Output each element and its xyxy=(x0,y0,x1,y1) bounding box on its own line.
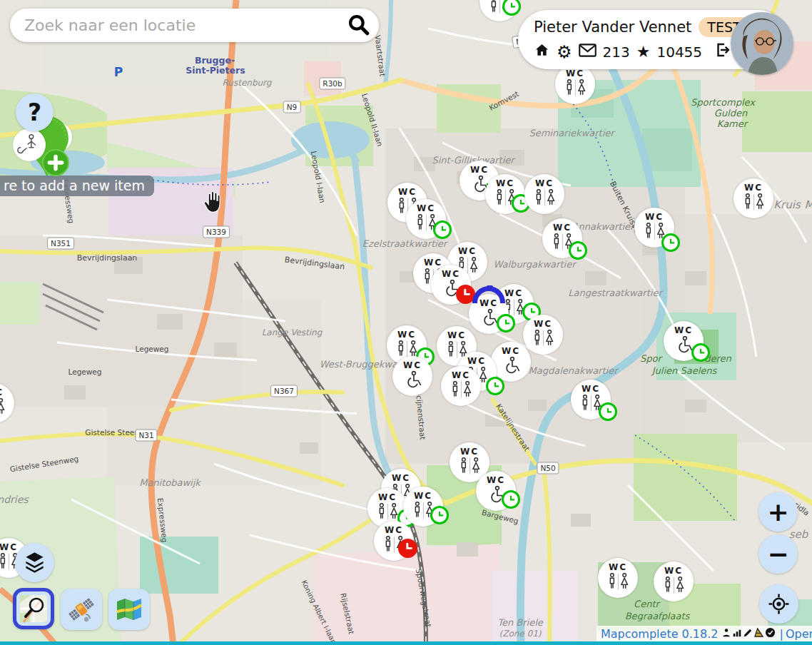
crosshair-icon xyxy=(768,593,790,615)
map-marker-toilets[interactable]: WC xyxy=(485,174,525,214)
openstreetmap-link[interactable]: OpenStreetMap xyxy=(786,627,812,641)
messages-count: 213 xyxy=(603,44,630,61)
layers-icon xyxy=(24,551,46,574)
help-button-label: ? xyxy=(28,98,41,126)
zoom-out-button[interactable]: − xyxy=(758,534,798,574)
add-item-plus-button[interactable] xyxy=(42,149,69,176)
opening-hours-badge xyxy=(433,220,452,239)
attribution-divider: | xyxy=(779,627,783,641)
geolocate-button[interactable] xyxy=(759,584,798,624)
map-marker-toilets[interactable]: WC xyxy=(542,218,582,258)
map-marker-toilets[interactable]: WC xyxy=(374,521,414,561)
wc-label: WC xyxy=(534,320,552,328)
wc-label: WC xyxy=(502,347,520,355)
map-marker-toilets[interactable]: WC xyxy=(571,380,611,420)
wc-label: WC xyxy=(460,447,479,456)
basemap-button-osm[interactable] xyxy=(13,588,54,629)
map-marker-layer: WCWCWCWCWCWCWCWCWCWCWCWCWCWCWCWCWCWCWCWC… xyxy=(0,0,812,645)
wc-label: WC xyxy=(553,223,572,232)
map-marker-toilets[interactable]: WC xyxy=(734,178,773,218)
wc-label: WC xyxy=(487,476,505,484)
avatar[interactable] xyxy=(731,12,793,75)
wc-label: WC xyxy=(424,258,442,267)
help-button[interactable]: ? xyxy=(16,93,54,131)
wc-label: WC xyxy=(744,183,763,192)
settings-gear-icon[interactable]: ⚙ xyxy=(557,44,572,61)
layers-button[interactable] xyxy=(15,543,54,582)
wc-label: WC xyxy=(504,289,523,298)
opening-hours-badge xyxy=(502,490,520,509)
bottom-edge-bar xyxy=(0,641,812,645)
wc-label: WC xyxy=(609,563,627,572)
wc-label: WC xyxy=(447,331,466,340)
statistics-icon[interactable] xyxy=(732,627,742,641)
pin-doodle-circle xyxy=(13,128,46,161)
wc-label: WC xyxy=(442,270,460,278)
basemap-button-satellite[interactable] xyxy=(61,589,102,630)
osm-carto-icon xyxy=(19,594,48,623)
logout-icon[interactable] xyxy=(714,41,731,62)
map-marker-toilets[interactable]: WC xyxy=(634,208,674,248)
wc-label: WC xyxy=(582,385,600,393)
wc-label: WC xyxy=(414,492,432,500)
opening-hours-badge xyxy=(502,0,521,16)
zoom-in-button[interactable]: + xyxy=(758,492,798,532)
opening-hours-badge xyxy=(398,539,417,558)
edit-pencil-icon[interactable] xyxy=(743,627,753,641)
wc-label: WC xyxy=(403,361,422,370)
map-marker-toilets[interactable]: WC xyxy=(441,366,481,406)
satellite-icon xyxy=(67,595,96,624)
etymology-doodle-icon xyxy=(16,131,43,158)
hand-cursor-icon xyxy=(200,188,224,218)
contributors-icon[interactable] xyxy=(721,627,731,641)
add-item-tooltip-text: re to add a new item xyxy=(4,178,145,193)
map-marker-toilets[interactable]: WC xyxy=(406,199,446,239)
wc-label: WC xyxy=(392,474,410,482)
opening-hours-badge xyxy=(430,506,449,524)
search-bar xyxy=(10,9,379,42)
wc-label: WC xyxy=(496,179,514,188)
attribution-icons xyxy=(721,627,776,641)
messages-icon[interactable] xyxy=(579,44,597,61)
map-marker-wheelchair[interactable]: WC xyxy=(476,471,516,511)
wc-label: WC xyxy=(458,247,477,255)
search-input[interactable] xyxy=(23,16,346,35)
wc-label: WC xyxy=(398,188,417,196)
wc-label: WC xyxy=(645,213,664,221)
wc-label: WC xyxy=(566,69,584,78)
basemap-button-map[interactable] xyxy=(108,589,150,630)
wc-label: WC xyxy=(535,179,554,188)
map-marker-wheelchair[interactable]: WC xyxy=(392,356,432,396)
attribution-bar: Mapcomplete 0.18.2 | OpenStreetMap xyxy=(597,626,812,641)
map-marker-toilets[interactable]: WC xyxy=(403,487,443,527)
map-marker-toilets[interactable]: WC xyxy=(523,315,563,355)
map-marker-toilets[interactable]: WC xyxy=(555,64,595,104)
opening-hours-badge xyxy=(691,343,710,362)
opening-hours-badge xyxy=(497,314,515,332)
map-marker-wheelchair[interactable]: WC xyxy=(664,321,704,361)
map-marker-toilets[interactable]: WC xyxy=(598,558,638,598)
map-marker-wheelchair[interactable]: WC xyxy=(491,342,531,382)
theme-icon[interactable] xyxy=(753,627,764,641)
wc-label: WC xyxy=(467,357,486,365)
home-icon[interactable] xyxy=(534,42,550,62)
wc-label: WC xyxy=(385,526,403,534)
opening-hours-badge xyxy=(599,402,617,421)
star-icon[interactable]: ★ xyxy=(636,44,651,60)
user-name[interactable]: Pieter Vander Vennet xyxy=(534,19,691,36)
opening-hours-badge xyxy=(661,233,680,252)
wc-label: WC xyxy=(417,204,435,213)
wc-label: WC xyxy=(0,388,4,397)
map-marker-toilets[interactable]: WC xyxy=(654,562,694,601)
map-marker-toilets[interactable]: WC xyxy=(0,383,14,423)
opening-hours-badge xyxy=(486,377,504,395)
mapcomplete-version-link[interactable]: Mapcomplete 0.18.2 xyxy=(601,627,718,641)
zoom-in-label: + xyxy=(767,497,788,527)
search-icon[interactable] xyxy=(346,12,370,39)
wc-label: WC xyxy=(452,371,470,380)
map-marker-toilets[interactable]: WC xyxy=(524,174,564,214)
map-marker-toilets[interactable]: WC xyxy=(479,0,519,21)
zoom-out-label: − xyxy=(767,539,788,569)
license-icon[interactable] xyxy=(765,627,776,641)
add-item-tooltip: re to add a new item xyxy=(0,176,154,196)
